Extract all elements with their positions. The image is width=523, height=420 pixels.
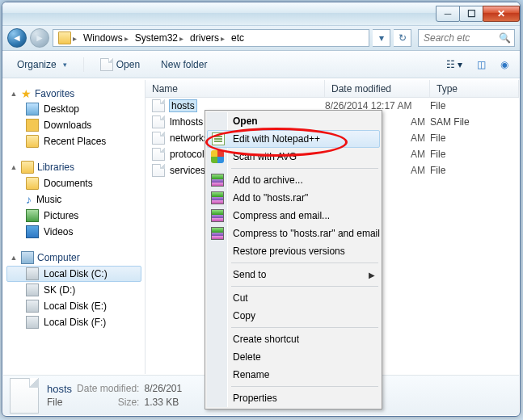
file-icon xyxy=(10,378,39,414)
menu-scan-avg[interactable]: Scan with AVG xyxy=(207,148,380,166)
recent-icon xyxy=(26,135,39,148)
menu-add-hosts-rar[interactable]: Add to "hosts.rar" xyxy=(207,189,380,207)
details-size-value: 1.33 KB xyxy=(144,397,182,408)
sidebar-item-music[interactable]: ♪Music xyxy=(6,191,141,208)
refresh-button[interactable]: ↻ xyxy=(394,29,411,47)
menu-copy[interactable]: Copy xyxy=(207,307,380,325)
star-icon: ★ xyxy=(21,88,32,99)
menu-add-archive[interactable]: Add to archive... xyxy=(207,171,380,189)
sidebar-group-favorites[interactable]: ▲★Favorites xyxy=(6,86,141,101)
file-icon xyxy=(152,164,165,177)
winrar-icon xyxy=(211,209,224,222)
details-type: File xyxy=(47,397,72,408)
disk-icon xyxy=(26,316,39,329)
folder-icon xyxy=(26,177,39,190)
sidebar-item-downloads[interactable]: Downloads xyxy=(6,117,141,133)
column-name[interactable]: Name xyxy=(146,80,325,97)
winrar-icon xyxy=(211,174,224,187)
search-box[interactable]: 🔍 xyxy=(418,29,515,47)
sidebar-item-videos[interactable]: Videos xyxy=(6,224,141,240)
sidebar-item-sk-d[interactable]: SK (D:) xyxy=(6,282,141,298)
music-icon: ♪ xyxy=(26,193,32,206)
nav-forward-button[interactable]: ► xyxy=(30,28,49,48)
column-headers[interactable]: Name Date modified Type xyxy=(146,80,519,98)
column-type[interactable]: Type xyxy=(430,80,519,97)
details-name: hosts xyxy=(47,383,72,395)
context-menu: Open Edit with Notepad++ Scan with AVG A… xyxy=(205,110,382,410)
search-input[interactable] xyxy=(422,32,496,44)
view-options-button[interactable]: ☷ ▾ xyxy=(441,56,467,74)
organize-button[interactable]: Organize xyxy=(9,56,75,74)
sidebar-group-computer[interactable]: ▲Computer xyxy=(6,250,141,266)
menu-send-to[interactable]: Send to▶ xyxy=(207,266,380,284)
file-icon xyxy=(152,148,165,161)
sidebar-item-local-disk-c[interactable]: Local Disk (C:) xyxy=(6,266,141,282)
notepadpp-icon xyxy=(212,132,225,145)
sidebar-item-local-disk-e[interactable]: Local Disk (E:) xyxy=(6,298,141,314)
breadcrumb[interactable]: ▸ Windows▸ System32▸ drivers▸ etc xyxy=(53,29,369,47)
file-icon xyxy=(152,99,165,112)
menu-restore-previous[interactable]: Restore previous versions xyxy=(207,242,380,260)
preview-pane-button[interactable]: ◫ xyxy=(472,56,491,74)
command-bar: Organize Open New folder ☷ ▾ ◫ ◉ xyxy=(2,51,520,78)
navigation-pane: ▲★Favorites Desktop Downloads Recent Pla… xyxy=(3,80,146,374)
menu-compress-email[interactable]: Compress and email... xyxy=(207,207,380,225)
winrar-icon xyxy=(211,227,224,240)
breadcrumb-item[interactable]: System32▸ xyxy=(132,30,187,46)
winrar-icon xyxy=(211,191,224,204)
videos-icon xyxy=(26,225,39,238)
sidebar-item-documents[interactable]: Documents xyxy=(6,175,141,191)
menu-compress-to-email[interactable]: Compress to "hosts.rar" and email xyxy=(207,225,380,242)
open-button[interactable]: Open xyxy=(92,55,148,74)
address-bar: ◄ ► ▸ Windows▸ System32▸ drivers▸ etc ▾ … xyxy=(2,25,520,51)
new-folder-button[interactable]: New folder xyxy=(153,56,215,74)
folder-icon xyxy=(58,32,71,44)
minimize-button[interactable]: ─ xyxy=(436,6,460,22)
details-date-label: Date modified: xyxy=(77,383,139,395)
sidebar-item-desktop[interactable]: Desktop xyxy=(6,101,141,117)
column-date[interactable]: Date modified xyxy=(325,80,430,97)
downloads-icon xyxy=(26,119,39,132)
file-icon xyxy=(100,58,113,71)
avg-icon xyxy=(211,150,224,163)
search-icon: 🔍 xyxy=(499,32,511,44)
file-icon xyxy=(152,132,165,145)
menu-delete[interactable]: Delete xyxy=(207,348,380,366)
pictures-icon xyxy=(26,209,39,222)
menu-edit-notepad-plus-plus[interactable]: Edit with Notepad++ xyxy=(207,130,380,148)
breadcrumb-item[interactable]: etc xyxy=(228,30,247,46)
disk-icon xyxy=(26,300,39,313)
disk-icon xyxy=(26,284,39,296)
computer-icon xyxy=(21,251,34,264)
help-button[interactable]: ◉ xyxy=(496,56,513,74)
menu-create-shortcut[interactable]: Create shortcut xyxy=(207,330,380,348)
nav-back-button[interactable]: ◄ xyxy=(7,28,27,48)
details-date-value: 8/26/201 xyxy=(144,383,182,395)
menu-cut[interactable]: Cut xyxy=(207,289,380,307)
sidebar-item-recent[interactable]: Recent Places xyxy=(6,133,141,149)
close-button[interactable]: ✕ xyxy=(483,6,520,22)
desktop-icon xyxy=(26,103,39,116)
breadcrumb-item[interactable]: drivers▸ xyxy=(187,30,228,46)
sidebar-item-local-disk-f[interactable]: Local Disk (F:) xyxy=(6,314,141,330)
address-dropdown-button[interactable]: ▾ xyxy=(373,29,390,47)
disk-icon xyxy=(26,267,39,280)
titlebar[interactable]: ─ ☐ ✕ xyxy=(2,2,520,25)
libraries-icon xyxy=(21,161,34,174)
menu-open[interactable]: Open xyxy=(207,112,380,130)
menu-properties[interactable]: Properties xyxy=(207,389,380,407)
details-size-label: Size: xyxy=(77,397,139,408)
file-icon xyxy=(152,116,165,128)
sidebar-group-libraries[interactable]: ▲Libraries xyxy=(6,159,141,175)
sidebar-item-pictures[interactable]: Pictures xyxy=(6,208,141,224)
maximize-button[interactable]: ☐ xyxy=(459,6,483,22)
breadcrumb-item[interactable]: Windows▸ xyxy=(80,30,132,46)
menu-rename[interactable]: Rename xyxy=(207,366,380,384)
